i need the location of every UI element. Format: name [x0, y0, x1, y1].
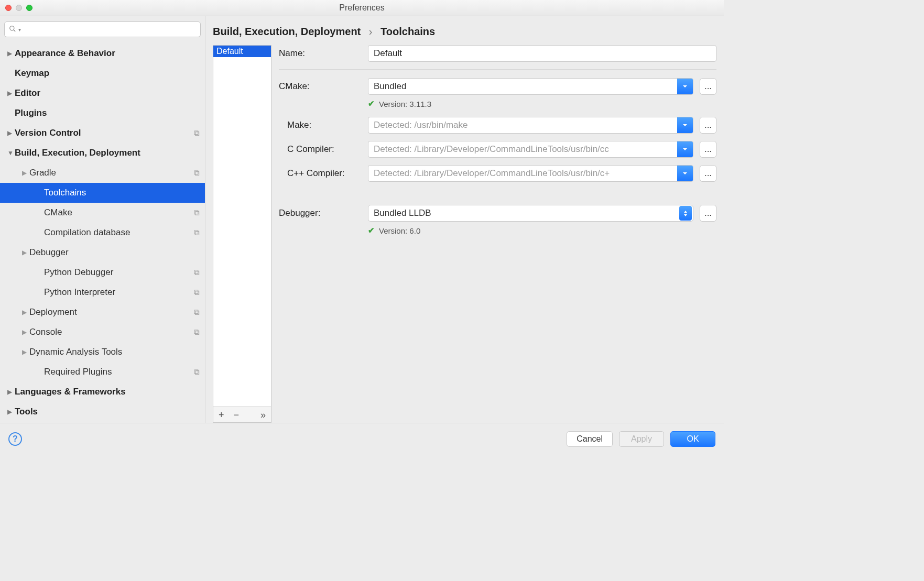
tree-item-label: Python Interpreter: [44, 287, 194, 298]
tree-item[interactable]: ▶Languages & Frameworks: [0, 382, 205, 402]
breadcrumb-current: Toolchains: [381, 26, 435, 37]
browse-cc-button[interactable]: ...: [700, 141, 716, 158]
tree-item-label: Compilation database: [44, 227, 194, 238]
cxx-label: C++ Compiler:: [279, 168, 362, 179]
chevron-right-icon: ›: [364, 26, 378, 37]
chevron-right-icon: ▶: [7, 129, 15, 137]
cmake-label: CMake:: [279, 81, 362, 92]
toolchains-list[interactable]: Default: [213, 45, 271, 407]
chevron-down-icon: ▾: [18, 27, 21, 32]
scope-icon: ⧉: [194, 288, 200, 297]
tree-item-label: Python Debugger: [44, 267, 194, 278]
cmake-status: ✔ Version: 3.11.3: [368, 99, 716, 108]
tree-item-label: Gradle: [29, 168, 194, 178]
tree-item-label: CMake: [44, 207, 194, 218]
chevron-right-icon: ▶: [22, 169, 29, 177]
cc-label: C Compiler:: [279, 144, 362, 155]
list-item[interactable]: Default: [213, 46, 271, 57]
chevron-down-icon[interactable]: [677, 166, 693, 181]
tree-item[interactable]: ▶Editor: [0, 83, 205, 103]
scope-icon: ⧉: [194, 208, 200, 217]
check-icon: ✔: [368, 226, 375, 235]
remove-button[interactable]: −: [234, 410, 240, 420]
tree-item[interactable]: ▶Dynamic Analysis Tools: [0, 342, 205, 362]
tree-item[interactable]: Keymap: [0, 63, 205, 83]
tree-item[interactable]: ▼Build, Execution, Deployment: [0, 143, 205, 163]
tree-item[interactable]: Toolchains: [0, 183, 205, 203]
dialog-footer: ? Cancel Apply OK: [0, 423, 724, 454]
scope-icon: ⧉: [194, 228, 200, 237]
name-input[interactable]: Default: [368, 45, 716, 62]
debugger-label: Debugger:: [279, 208, 362, 218]
tree-item-label: Tools: [15, 407, 200, 417]
tree-item[interactable]: ▶Tools: [0, 402, 205, 422]
cancel-button[interactable]: Cancel: [567, 431, 613, 447]
chevron-right-icon: ▶: [22, 348, 29, 356]
browse-cmake-button[interactable]: ...: [700, 78, 716, 95]
search-input[interactable]: [24, 25, 196, 34]
chevron-right-icon: ▶: [7, 408, 15, 415]
tree-item[interactable]: ▶Console⧉: [0, 322, 205, 342]
tree-item[interactable]: Required Plugins⧉: [0, 362, 205, 382]
tree-item-label: Keymap: [15, 68, 200, 79]
cc-combo[interactable]: Detected: /Library/Developer/CommandLine…: [368, 141, 693, 158]
divider: [279, 69, 716, 70]
tree-item-label: Console: [29, 327, 194, 337]
preferences-tree: ▶Appearance & BehaviorKeymap▶EditorPlugi…: [0, 41, 205, 423]
chevron-right-icon: ▶: [22, 328, 29, 336]
apply-button: Apply: [619, 431, 664, 447]
tree-item-label: Debugger: [29, 247, 200, 258]
cmake-combo[interactable]: Bundled: [368, 78, 693, 95]
name-label: Name:: [279, 48, 362, 59]
tree-item[interactable]: ▶Gradle⧉: [0, 163, 205, 183]
chevron-right-icon: ▶: [7, 50, 15, 57]
help-button[interactable]: ?: [8, 432, 22, 446]
chevron-right-icon: ▶: [7, 388, 15, 396]
check-icon: ✔: [368, 99, 375, 108]
tree-item[interactable]: Plugins: [0, 103, 205, 123]
tree-item[interactable]: Python Debugger⧉: [0, 262, 205, 282]
cxx-combo[interactable]: Detected: /Library/Developer/CommandLine…: [368, 165, 693, 182]
chevron-right-icon: ▶: [22, 249, 29, 256]
search-icon: [9, 25, 16, 34]
browse-make-button[interactable]: ...: [700, 117, 716, 134]
search-field[interactable]: ▾: [4, 21, 201, 37]
ok-button[interactable]: OK: [670, 431, 715, 447]
tree-item[interactable]: ▶Appearance & Behavior: [0, 43, 205, 63]
tree-item[interactable]: ▶Deployment⧉: [0, 302, 205, 322]
tree-item-label: Appearance & Behavior: [15, 48, 200, 59]
debugger-status: ✔ Version: 6.0: [368, 226, 716, 235]
scope-icon: ⧉: [194, 268, 200, 277]
more-button[interactable]: »: [260, 410, 266, 420]
tree-item[interactable]: ▶Debugger: [0, 243, 205, 262]
browse-cxx-button[interactable]: ...: [700, 165, 716, 182]
scope-icon: ⧉: [194, 168, 200, 178]
tree-item[interactable]: ▶Version Control⧉: [0, 123, 205, 143]
tree-item[interactable]: Python Interpreter⧉: [0, 282, 205, 302]
chevron-down-icon[interactable]: [677, 117, 693, 133]
tree-item-label: Plugins: [15, 108, 200, 118]
chevron-right-icon: ▶: [7, 90, 15, 97]
preferences-sidebar: ▾ ▶Appearance & BehaviorKeymap▶EditorPlu…: [0, 16, 205, 423]
make-combo[interactable]: Detected: /usr/bin/make: [368, 117, 693, 134]
add-button[interactable]: +: [219, 410, 224, 420]
window-title: Preferences: [0, 3, 724, 13]
breadcrumb: Build, Execution, Deployment › Toolchain…: [213, 21, 716, 45]
chevron-down-icon[interactable]: [677, 79, 693, 94]
tree-item[interactable]: Compilation database⧉: [0, 223, 205, 243]
titlebar: Preferences: [0, 0, 724, 16]
chevron-right-icon: ▶: [22, 309, 29, 316]
updown-icon[interactable]: [679, 206, 692, 221]
tree-item[interactable]: CMake⧉: [0, 203, 205, 223]
tree-item-label: Version Control: [15, 128, 194, 138]
breadcrumb-parent[interactable]: Build, Execution, Deployment: [213, 26, 361, 37]
tree-item-label: Deployment: [29, 307, 194, 317]
debugger-select[interactable]: Bundled LLDB: [368, 205, 693, 222]
tree-item-label: Required Plugins: [44, 367, 194, 377]
chevron-down-icon[interactable]: [677, 141, 693, 157]
browse-debugger-button[interactable]: ...: [700, 205, 716, 222]
scope-icon: ⧉: [194, 327, 200, 337]
list-toolbar: + − »: [213, 407, 271, 423]
make-label: Make:: [279, 120, 362, 130]
tree-item-label: Dynamic Analysis Tools: [29, 347, 200, 357]
